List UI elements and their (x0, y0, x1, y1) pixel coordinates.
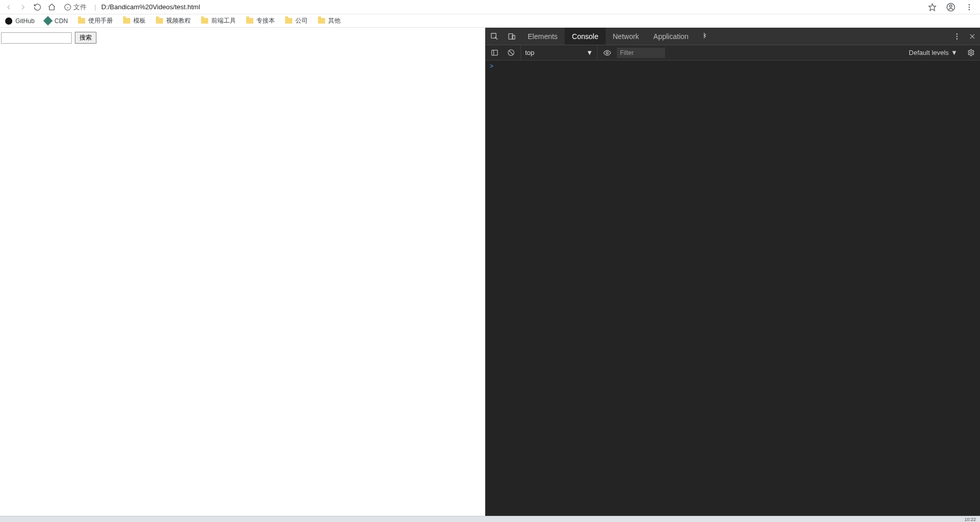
devtools-tabs: Elements Console Network Application (486, 28, 980, 45)
file-label: 文件 (73, 3, 87, 12)
bookmark-folder[interactable]: 模板 (121, 15, 148, 26)
search-input[interactable] (1, 32, 72, 44)
bookmark-label: GitHub (15, 17, 34, 25)
svg-point-6 (969, 4, 970, 6)
device-toggle-icon[interactable] (503, 28, 521, 45)
home-icon[interactable] (47, 3, 56, 12)
bookmark-label: 前端工具 (211, 16, 236, 25)
bookmark-github[interactable]: GitHub (3, 16, 36, 26)
svg-point-7 (969, 6, 970, 8)
more-tabs-icon[interactable] (696, 28, 713, 45)
devtools-close-icon[interactable] (965, 33, 980, 40)
log-levels-selector[interactable]: Default levels ▼ (906, 49, 961, 56)
bookmark-folder[interactable]: 使用手册 (76, 15, 115, 26)
svg-point-22 (970, 52, 972, 54)
star-icon[interactable] (928, 3, 937, 12)
clock: 10:22 (964, 517, 976, 522)
search-button[interactable]: 搜索 (75, 32, 96, 44)
profile-icon[interactable] (946, 3, 955, 12)
bookmarks-bar: GitHub CDN 使用手册 模板 视频教程 前端工具 专接本 公司 其他 (0, 14, 980, 28)
devtools-menu-icon[interactable] (949, 32, 965, 41)
folder-icon (123, 18, 130, 24)
console-prompt: > (490, 63, 493, 70)
forward-icon[interactable] (18, 3, 28, 12)
bookmark-label: 公司 (295, 16, 308, 25)
devtools-panel: Elements Console Network Application (485, 28, 980, 516)
nav-divider: | (94, 3, 96, 11)
console-toolbar: top ▼ Default levels ▼ (486, 45, 980, 61)
svg-point-8 (969, 9, 970, 10)
clear-console-icon[interactable] (504, 46, 517, 60)
bookmark-label: 专接本 (256, 16, 275, 25)
levels-label: Default levels (909, 49, 949, 56)
svg-point-13 (956, 35, 958, 37)
folder-icon (285, 18, 292, 24)
chevron-down-icon: ▼ (951, 49, 957, 56)
bookmark-label: CDN (54, 17, 68, 25)
chevron-down-icon: ▼ (586, 49, 593, 56)
console-settings-icon[interactable] (964, 49, 978, 56)
console-sidebar-icon[interactable] (488, 46, 501, 60)
folder-icon (318, 18, 325, 24)
tab-network[interactable]: Network (606, 28, 646, 45)
console-output[interactable]: > (486, 61, 980, 516)
back-icon[interactable] (4, 3, 13, 12)
folder-icon (78, 18, 85, 24)
page-content: 搜索 (0, 28, 485, 516)
svg-point-14 (956, 38, 958, 40)
url-text[interactable]: D:/Bandicam%20Videos/test.html (101, 3, 200, 11)
svg-point-12 (956, 33, 958, 35)
svg-marker-3 (929, 4, 935, 10)
cdn-icon (44, 16, 53, 25)
github-icon (5, 17, 12, 25)
bookmark-folder[interactable]: 公司 (283, 15, 310, 26)
bookmark-label: 视频教程 (166, 16, 191, 25)
context-selector[interactable]: top ▼ (521, 45, 597, 60)
svg-rect-17 (491, 50, 497, 55)
live-expression-icon[interactable] (601, 46, 614, 60)
svg-line-20 (509, 51, 513, 55)
bookmark-label: 其他 (328, 16, 341, 25)
taskbar: 10:22 (0, 516, 980, 522)
inspect-icon[interactable] (486, 28, 503, 45)
kebab-menu-icon[interactable] (965, 3, 974, 12)
bookmark-label: 模板 (133, 16, 146, 25)
tab-elements[interactable]: Elements (521, 28, 565, 45)
folder-icon (201, 18, 208, 24)
folder-icon (246, 18, 253, 24)
bookmark-cdn[interactable]: CDN (43, 16, 70, 26)
bookmark-label: 使用手册 (88, 16, 113, 25)
tab-console[interactable]: Console (565, 28, 605, 45)
site-info-chip[interactable]: 文件 (62, 2, 89, 12)
svg-point-5 (950, 5, 952, 7)
svg-point-21 (606, 52, 608, 54)
browser-nav: 文件 | D:/Bandicam%20Videos/test.html (0, 0, 980, 14)
reload-icon[interactable] (33, 3, 42, 12)
bookmark-folder[interactable]: 其他 (316, 15, 343, 26)
console-filter-input[interactable] (617, 48, 665, 58)
info-icon (64, 4, 71, 11)
bookmark-folder[interactable]: 视频教程 (154, 15, 193, 26)
context-label: top (525, 49, 534, 56)
bookmark-folder[interactable]: 前端工具 (199, 15, 238, 26)
folder-icon (156, 18, 163, 24)
tab-application[interactable]: Application (646, 28, 696, 45)
bookmark-folder[interactable]: 专接本 (244, 15, 277, 26)
